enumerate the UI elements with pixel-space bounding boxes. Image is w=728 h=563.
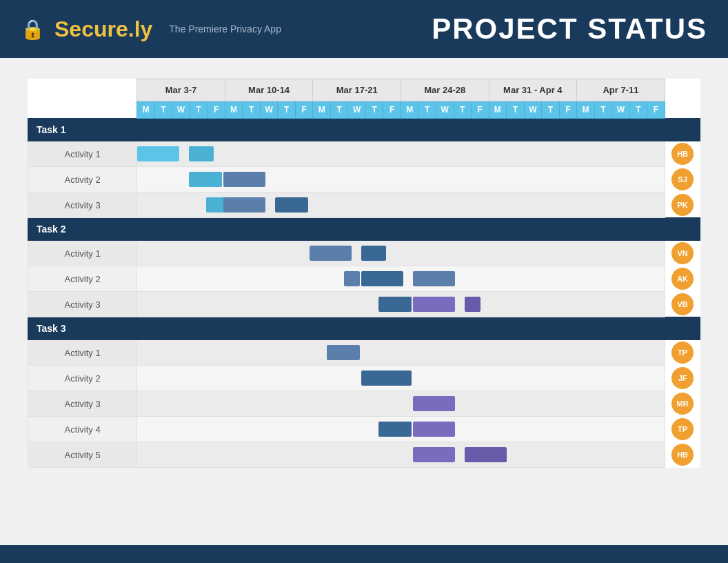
avatar-header-empty (665, 79, 700, 101)
day-w3: W (348, 101, 366, 119)
day-f2: F (295, 101, 313, 119)
week-label-empty (28, 79, 137, 101)
task-row-3: Task 3 (28, 317, 700, 340)
avatar-PK: PK (671, 194, 694, 216)
activity-row-2-3: Activity 3VB (28, 292, 700, 317)
day-t12: T (629, 101, 647, 119)
week-mar3: Mar 3-7 (137, 79, 225, 101)
main-content: Mar 3-7 Mar 10-14 Mar 17-21 Mar 24-28 Ma… (0, 58, 728, 545)
avatar-cell-3-3: MR (665, 391, 700, 417)
avatar-cell-1-1: HB (665, 141, 700, 167)
day-t6: T (365, 101, 383, 119)
avatar-JF: JF (671, 367, 694, 389)
week-mar31: Mar 31 - Apr 4 (489, 79, 577, 101)
avatar-cell-3-2: JF (665, 366, 700, 391)
avatar-cell-2-3: VB (665, 292, 700, 317)
avatar-VB: VB (671, 293, 694, 315)
day-f1: F (208, 101, 225, 119)
avatar-TP: TP (671, 418, 694, 440)
task-label-2: Task 2 (28, 218, 700, 241)
activity-label-2-2: Activity 2 (28, 266, 137, 292)
avatar-SJ: SJ (671, 168, 694, 190)
logo-name: Secure. (54, 17, 134, 41)
day-t3: T (243, 101, 261, 119)
day-m4: M (401, 101, 418, 119)
bar-cell-3-5 (137, 442, 665, 468)
activity-row-1-1: Activity 1HB (28, 141, 700, 167)
day-label-empty (28, 101, 137, 119)
task-label-1: Task 1 (28, 119, 700, 141)
day-t10: T (542, 101, 560, 119)
activity-label-3-1: Activity 1 (28, 340, 137, 366)
bar-cell-3-3 (137, 391, 665, 417)
avatar-HB: HB (671, 143, 694, 165)
avatar-day-empty (665, 101, 700, 119)
activity-row-2-2: Activity 2AK (28, 266, 700, 292)
day-m6: M (577, 101, 595, 119)
avatar-MR: MR (671, 393, 694, 415)
day-f3: F (383, 101, 401, 119)
header: 🔒 Secure.ly The Premiere Privacy App PRO… (0, 0, 728, 58)
day-t5: T (330, 101, 348, 119)
avatar-TP: TP (671, 342, 694, 364)
bar-cell-2-1 (137, 241, 665, 266)
day-t4: T (278, 101, 296, 119)
day-t8: T (454, 101, 472, 119)
avatar-cell-2-1: VN (665, 241, 700, 266)
bar-cell-1-3 (137, 192, 665, 218)
bar-cell-1-2 (137, 167, 665, 192)
week-mar24: Mar 24-28 (401, 79, 489, 101)
day-m3: M (313, 101, 331, 119)
activity-label-1-3: Activity 3 (28, 192, 137, 218)
avatar-cell-3-1: TP (665, 340, 700, 366)
activity-row-3-5: Activity 5HB (28, 442, 700, 468)
activity-label-1-1: Activity 1 (28, 141, 137, 167)
day-t9: T (507, 101, 525, 119)
day-w4: W (436, 101, 454, 119)
day-f5: F (559, 101, 577, 119)
task-row-2: Task 2 (28, 218, 700, 241)
bar-cell-1-1 (137, 141, 665, 167)
avatar-cell-3-4: TP (665, 417, 700, 442)
day-w5: W (524, 101, 542, 119)
task-label-3: Task 3 (28, 317, 700, 340)
bar-cell-3-2 (137, 366, 665, 391)
lock-icon: 🔒 (21, 18, 45, 41)
avatar-cell-2-2: AK (665, 266, 700, 292)
activity-row-3-2: Activity 2JF (28, 366, 700, 391)
day-w1: W (172, 101, 190, 119)
week-mar17: Mar 17-21 (313, 79, 401, 101)
day-m2: M (225, 101, 243, 119)
logo-suffix: ly (134, 17, 153, 41)
activity-label-2-1: Activity 1 (28, 241, 137, 266)
day-header-row: MTWTF MTWTF MTWTF MTWTF MTWTF MTWTF (28, 101, 700, 119)
day-f4: F (472, 101, 489, 119)
activity-row-3-3: Activity 3MR (28, 391, 700, 417)
bar-cell-2-2 (137, 266, 665, 292)
week-apr7: Apr 7-11 (577, 79, 665, 101)
activity-label-3-3: Activity 3 (28, 391, 137, 417)
activity-label-3-2: Activity 2 (28, 366, 137, 391)
avatar-cell-3-5: HB (665, 442, 700, 468)
gantt-body: Task 1Activity 1HBActivity 2SJActivity 3… (28, 119, 700, 468)
activity-row-2-1: Activity 1VN (28, 241, 700, 266)
day-t1: T (154, 101, 172, 119)
activity-label-1-2: Activity 2 (28, 167, 137, 192)
activity-label-2-3: Activity 3 (28, 292, 137, 317)
gantt-table: Mar 3-7 Mar 10-14 Mar 17-21 Mar 24-28 Ma… (28, 79, 700, 468)
day-m1: M (137, 101, 155, 119)
avatar-HB: HB (671, 444, 694, 466)
footer (0, 545, 728, 563)
week-header-row: Mar 3-7 Mar 10-14 Mar 17-21 Mar 24-28 Ma… (28, 79, 700, 101)
week-mar10: Mar 10-14 (225, 79, 313, 101)
activity-label-3-4: Activity 4 (28, 417, 137, 442)
tagline: The Premiere Privacy App (169, 23, 281, 34)
day-t2: T (190, 101, 208, 119)
day-m5: M (489, 101, 507, 119)
avatar-cell-1-2: SJ (665, 167, 700, 192)
avatar-VN: VN (671, 242, 694, 264)
avatar-cell-1-3: PK (665, 192, 700, 218)
header-left: 🔒 Secure.ly The Premiere Privacy App (21, 17, 281, 42)
activity-row-1-3: Activity 3PK (28, 192, 700, 218)
activity-label-3-5: Activity 5 (28, 442, 137, 468)
